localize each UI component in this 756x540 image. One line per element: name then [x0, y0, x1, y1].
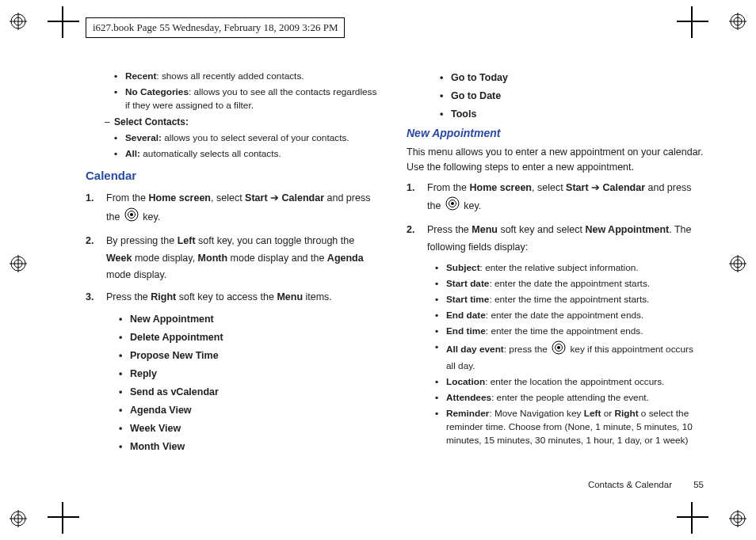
appointment-fields: Subject: enter the relative subject info…: [407, 261, 704, 447]
menu-item: Week View: [130, 420, 383, 436]
list-item: Attendees: enter the people attending th…: [446, 391, 704, 405]
menu-item: New Appointment: [130, 311, 383, 327]
list-item: Location: enter the location the appoint…: [446, 375, 704, 389]
menu-item: Agenda View: [130, 402, 383, 418]
step-item: 1. From the Home screen, select Start ➔ …: [427, 180, 704, 218]
step-item: 2. Press the Menu soft key and select Ne…: [427, 222, 704, 257]
crop-mark-icon: [48, 502, 79, 534]
menu-item: Go to Today: [451, 70, 704, 86]
section-title-calendar: Calendar: [86, 167, 383, 185]
calendar-steps: 1. From the Home screen, select Start ➔ …: [86, 190, 383, 306]
new-appointment-intro: This menu allows you to enter a new appo…: [407, 145, 704, 175]
menu-item: Propose New Time: [130, 348, 383, 363]
crop-mark-icon: [48, 6, 79, 38]
list-item: Start date: enter the date the appointme…: [446, 277, 704, 291]
step-item: 1. From the Home screen, select Start ➔ …: [106, 190, 383, 228]
list-item: Start time: enter the time the appointme…: [446, 293, 704, 306]
list-item: No Categories: allows you to see all the…: [125, 86, 383, 112]
list-item: End time: enter the time the appointment…: [446, 325, 704, 338]
list-item: All: automatically selects all contacts.: [125, 147, 383, 161]
crop-mark-icon: [677, 6, 708, 38]
new-appointment-steps: 1. From the Home screen, select Start ➔ …: [407, 180, 704, 257]
menu-item: Delete Appointment: [130, 329, 383, 345]
registration-mark-icon: [729, 13, 746, 30]
step-item: 3. Press the Right soft key to access th…: [106, 289, 383, 306]
menu-item: Tools: [451, 106, 704, 122]
list-item: All day event: press the key if this app…: [446, 340, 704, 372]
menu-item: Send as vCalendar: [130, 384, 383, 400]
step-item: 2. By pressing the Left soft key, you ca…: [106, 233, 383, 285]
calendar-menu-items: New Appointment Delete Appointment Propo…: [86, 311, 383, 454]
calendar-menu-items-cont: Go to Today Go to Date Tools: [407, 70, 704, 122]
contacts-filter-bullets: Recent: shows all recently added contact…: [86, 70, 383, 112]
select-contacts-bullets: Several: allows you to select several of…: [86, 131, 383, 161]
registration-mark-icon: [10, 510, 27, 527]
list-item: Reminder: Move Navigation key Left or Ri…: [446, 407, 704, 447]
list-item: Recent: shows all recently added contact…: [125, 70, 383, 83]
menu-item: Reply: [130, 366, 383, 382]
menu-item: Go to Date: [451, 88, 704, 104]
list-item: Subject: enter the relative subject info…: [446, 261, 704, 275]
center-key-icon: [445, 196, 460, 217]
list-item: End date: enter the date the appointment…: [446, 309, 704, 322]
select-contacts-label: Select Contacts:: [105, 115, 383, 129]
list-item: Several: allows you to select several of…: [125, 131, 383, 145]
registration-mark-icon: [729, 510, 746, 527]
page-footer: Contacts & Calendar 55: [588, 478, 704, 492]
svg-point-32: [557, 346, 560, 349]
page-body: Recent: shows all recently added contact…: [86, 67, 704, 487]
svg-point-29: [451, 202, 454, 205]
footer-section: Contacts & Calendar: [588, 480, 672, 489]
registration-mark-icon: [729, 255, 746, 272]
subsection-new-appointment: New Appointment: [407, 125, 704, 142]
center-key-icon: [124, 207, 139, 228]
center-key-icon: [552, 340, 566, 359]
crop-mark-icon: [677, 502, 708, 534]
registration-mark-icon: [10, 255, 27, 272]
svg-point-26: [130, 213, 133, 216]
right-column: Go to Today Go to Date Tools New Appoint…: [407, 67, 704, 487]
registration-mark-icon: [10, 13, 27, 30]
menu-item: Month View: [130, 439, 383, 454]
page-number: 55: [693, 478, 704, 492]
left-column: Recent: shows all recently added contact…: [86, 67, 383, 487]
frame-metadata: i627.book Page 55 Wednesday, February 18…: [86, 17, 345, 38]
